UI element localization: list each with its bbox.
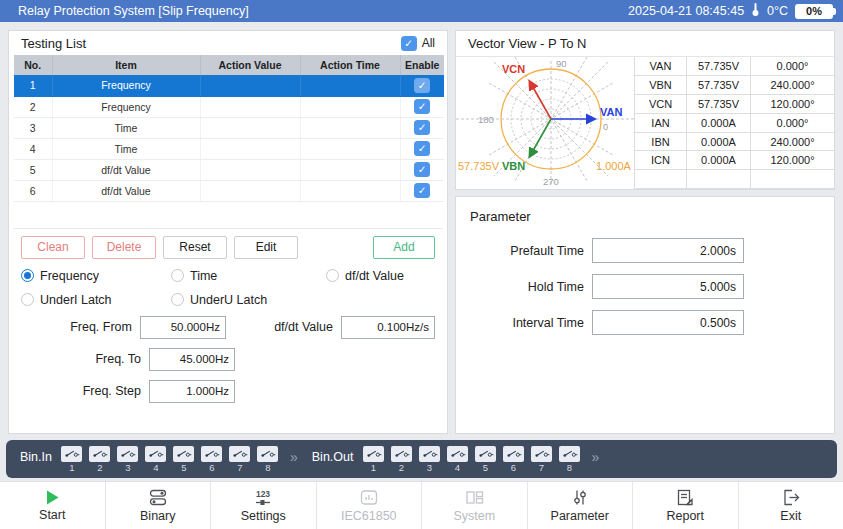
- bin-out-channel[interactable]: 5: [473, 446, 497, 473]
- table-row[interactable]: 5 df/dt Value: [14, 159, 444, 180]
- row-action-time: [300, 138, 400, 159]
- select-all-checkbox[interactable]: All: [401, 36, 435, 51]
- switch-icon[interactable]: [559, 446, 580, 462]
- switch-icon[interactable]: [419, 446, 440, 462]
- iec61850-icon: [360, 489, 378, 506]
- start-button[interactable]: Start: [0, 482, 105, 529]
- exit-button[interactable]: Exit: [738, 482, 843, 529]
- bin-in-label: Bin.In: [20, 450, 52, 464]
- row-enable-checkbox[interactable]: [414, 120, 430, 135]
- reset-button[interactable]: Reset: [163, 236, 227, 259]
- col-no: No.: [14, 55, 52, 75]
- freq-to-label: Freq. To: [21, 352, 149, 366]
- freq-to-input[interactable]: [149, 348, 235, 371]
- row-item: Time: [52, 117, 200, 138]
- bin-in-channel[interactable]: 4: [144, 446, 168, 473]
- phasor-row: VCN 57.735V 120.000°: [635, 95, 835, 114]
- bin-in-channel[interactable]: 3: [116, 446, 140, 473]
- delete-button[interactable]: Delete: [92, 236, 156, 259]
- clean-button[interactable]: Clean: [21, 236, 85, 259]
- settings-button[interactable]: 123 Settings: [210, 482, 316, 529]
- switch-icon[interactable]: [475, 446, 496, 462]
- vector-view-title: Vector View - P To N: [468, 36, 587, 51]
- switch-icon[interactable]: [61, 446, 82, 462]
- switch-icon[interactable]: [173, 446, 194, 462]
- parameter-button[interactable]: Parameter: [527, 482, 633, 529]
- latch-radio[interactable]: UnderU Latch: [171, 293, 326, 307]
- titlebar: Relay Protection System [Slip Frequency]…: [0, 0, 843, 22]
- parameter-field-label: Prefault Time: [510, 244, 592, 258]
- binary-status-bar: Bin.In 1 2 3: [6, 440, 837, 478]
- bin-in-channel[interactable]: 6: [200, 446, 224, 473]
- phasor-magnitude: 57.735V: [687, 57, 751, 76]
- bin-in-channel[interactable]: 1: [60, 446, 84, 473]
- mode-radio[interactable]: df/dt Value: [326, 269, 404, 283]
- add-button[interactable]: Add: [373, 236, 435, 259]
- parameter-field-input[interactable]: [592, 310, 744, 335]
- switch-icon[interactable]: [531, 446, 552, 462]
- switch-icon[interactable]: [117, 446, 138, 462]
- radio-icon: [326, 269, 339, 282]
- table-row[interactable]: 1 Frequency: [14, 75, 444, 96]
- parameter-field-input[interactable]: [592, 238, 744, 263]
- switch-icon[interactable]: [447, 446, 468, 462]
- mode-radio[interactable]: Frequency: [21, 269, 171, 283]
- bin-in-channel[interactable]: 8: [256, 446, 280, 473]
- row-item: Time: [52, 138, 200, 159]
- bin-out-channel[interactable]: 6: [501, 446, 525, 473]
- iec61850-button[interactable]: IEC61850: [316, 482, 422, 529]
- bin-out-channel[interactable]: 7: [529, 446, 553, 473]
- col-action-time: Action Time: [300, 55, 400, 75]
- bin-in-channel[interactable]: 5: [172, 446, 196, 473]
- table-row[interactable]: 4 Time: [14, 138, 444, 159]
- current-scale: 1.000A: [596, 160, 632, 172]
- row-enable-checkbox[interactable]: [414, 99, 430, 114]
- latch-radio[interactable]: UnderI Latch: [21, 293, 171, 307]
- bottom-toolbar: Start Binary 123 Settings IEC61850 Syste…: [0, 481, 843, 529]
- report-button[interactable]: Report: [632, 482, 738, 529]
- row-enable-checkbox[interactable]: [414, 162, 430, 177]
- system-button[interactable]: System: [421, 482, 527, 529]
- phasor-angle: 120.000°: [751, 151, 835, 170]
- temperature: 0°C: [767, 4, 788, 18]
- bin-out-channel[interactable]: 1: [361, 446, 385, 473]
- phasor-name: VAN: [635, 57, 687, 76]
- bin-out-channel[interactable]: 2: [389, 446, 413, 473]
- row-item: Frequency: [52, 75, 200, 96]
- checkbox-checked-icon[interactable]: [401, 36, 417, 51]
- row-enable-checkbox[interactable]: [414, 141, 430, 156]
- bin-out-channel[interactable]: 3: [417, 446, 441, 473]
- switch-icon[interactable]: [363, 446, 384, 462]
- phasor-row: IAN 0.000A 0.000°: [635, 113, 835, 132]
- channel-number: 2: [389, 463, 413, 473]
- dfdt-input[interactable]: [341, 316, 435, 339]
- thermometer-icon: [751, 2, 760, 20]
- row-enable-checkbox[interactable]: [414, 183, 430, 198]
- switch-icon[interactable]: [391, 446, 412, 462]
- binary-button[interactable]: Binary: [105, 482, 211, 529]
- switch-icon[interactable]: [201, 446, 222, 462]
- bin-out-channel[interactable]: 4: [445, 446, 469, 473]
- switch-icon[interactable]: [145, 446, 166, 462]
- switch-icon[interactable]: [257, 446, 278, 462]
- row-action-value: [200, 75, 300, 96]
- channel-number: 8: [557, 463, 581, 473]
- mode-radio[interactable]: Time: [171, 269, 326, 283]
- parameter-field-input[interactable]: [592, 274, 744, 299]
- table-row[interactable]: 2 Frequency: [14, 96, 444, 117]
- switch-icon[interactable]: [503, 446, 524, 462]
- chevron-right-icon: »: [591, 449, 599, 465]
- row-action-time: [300, 117, 400, 138]
- switch-icon[interactable]: [89, 446, 110, 462]
- bin-in-channel[interactable]: 7: [228, 446, 252, 473]
- row-enable-checkbox[interactable]: [414, 78, 430, 93]
- edit-button[interactable]: Edit: [234, 236, 298, 259]
- switch-icon[interactable]: [229, 446, 250, 462]
- table-row[interactable]: 6 df/dt Value: [14, 180, 444, 201]
- freq-from-input[interactable]: [140, 316, 226, 339]
- freq-step-input[interactable]: [149, 380, 235, 403]
- binary-toggles-icon: [149, 489, 167, 506]
- bin-in-channel[interactable]: 2: [88, 446, 112, 473]
- table-row[interactable]: 3 Time: [14, 117, 444, 138]
- bin-out-channel[interactable]: 8: [557, 446, 581, 473]
